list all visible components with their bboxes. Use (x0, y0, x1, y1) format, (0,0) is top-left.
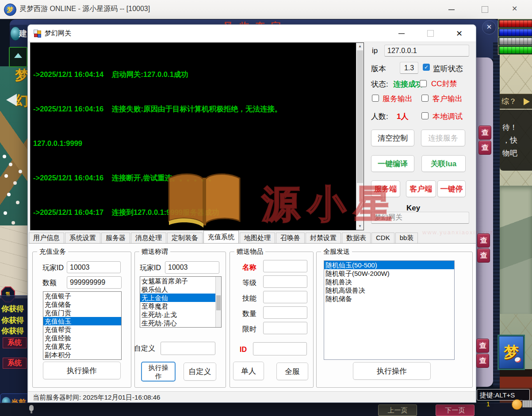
recharge-execute-button[interactable]: 执行操作 (43, 362, 121, 379)
gateway-titlebar: 梦幻网关 ✕ (28, 25, 476, 42)
link-lua-button[interactable]: 关联lua (421, 155, 466, 172)
tab-message[interactable]: 消息处理 (131, 233, 166, 243)
version-input[interactable] (400, 62, 418, 74)
scrollbar-thumb[interactable] (357, 50, 363, 183)
server-output-checkbox[interactable] (372, 95, 379, 102)
outer-window-titlebar: 梦 灵梦西游 ONLINE - 源小星源码 -- [10003] ✕ (0, 0, 532, 19)
compile-button[interactable]: 一键编译 (371, 155, 414, 172)
hotkey-hint: 捷键:ALT+S (477, 389, 530, 401)
recharge-amount-input[interactable] (67, 276, 122, 289)
broadcast-execute-button[interactable]: 执行操作 (353, 362, 431, 380)
close-button[interactable]: ✕ (512, 5, 517, 12)
gift-single-button[interactable]: 单人 (233, 362, 264, 380)
system-tag: 系统 (3, 358, 27, 369)
game-logo-badge[interactable]: 梦 (498, 335, 525, 370)
tab-custom-equip[interactable]: 定制装备 (167, 233, 203, 243)
ip-input[interactable] (384, 45, 469, 57)
prev-page-button[interactable]: 上一页 (378, 405, 417, 416)
microphone-icon[interactable] (29, 405, 34, 411)
list-item-selected[interactable]: 充值仙玉 (43, 317, 121, 325)
system-tag: 系统 (3, 337, 27, 348)
next-page-button[interactable]: 下一页 (436, 405, 475, 416)
list-item[interactable]: 充值储备 (43, 300, 121, 309)
title-player-id-input[interactable] (165, 261, 219, 274)
title-listbox[interactable]: 女魃墓首席弟子 极乐仙人 无上金仙 至尊魔君 生死劫·止戈 生死劫·清心 (140, 276, 222, 328)
gateway-close-button[interactable]: ✕ (456, 30, 463, 37)
connect-service-button[interactable]: 连接服务 (421, 130, 465, 146)
list-item[interactable]: 生死劫·清心 (140, 319, 221, 327)
list-item[interactable]: 副本积分 (43, 351, 121, 359)
keyboard-icon[interactable] (522, 400, 532, 408)
list-item[interactable]: 极乐仙人 (140, 285, 221, 294)
list-item[interactable]: 充值经验 (43, 334, 121, 342)
list-item[interactable]: 女魃墓首席弟子 (140, 277, 221, 285)
clear-console-button[interactable]: 清空控制 (371, 130, 414, 146)
client-side-button[interactable]: 客户端 (406, 180, 436, 197)
item-id-input[interactable] (253, 342, 307, 355)
collapse-left-icon[interactable] (6, 94, 17, 106)
title-custom-button[interactable]: 自定义 (184, 363, 216, 381)
tab-system-settings[interactable]: 系统设置 (65, 233, 100, 243)
gateway-maximize-button[interactable] (427, 30, 434, 37)
cha-lookup-button[interactable]: 查 (476, 354, 489, 368)
tab-cdk[interactable]: CDK (371, 233, 394, 243)
list-item-selected[interactable]: 随机仙玉(50-500) (324, 261, 454, 269)
expand-up-button[interactable] (9, 47, 27, 67)
custom-title-input[interactable] (161, 342, 215, 355)
list-item[interactable]: 随机储备 (324, 294, 454, 303)
scroll-up-icon[interactable]: ▲ (356, 43, 364, 50)
tab-data-table[interactable]: 数据表 (342, 233, 371, 243)
listbox-scrollbar[interactable] (215, 277, 221, 327)
minimize-button[interactable] (448, 9, 455, 10)
list-item-selected[interactable]: 无上金仙 (140, 294, 221, 302)
list-item[interactable]: 至尊魔君 (140, 302, 221, 310)
cha-lookup-button[interactable]: 查 (478, 141, 491, 155)
play-icon[interactable] (524, 98, 530, 105)
cha-lookup-button[interactable]: 查 (477, 248, 490, 263)
title-gift-group-title: 赠送称谓 (139, 248, 170, 256)
broadcast-listbox[interactable]: 随机仙玉(50-500) 随机银子(50W-200W) 随机兽决 随机高级兽决 … (324, 260, 455, 360)
item-qty-input[interactable] (263, 306, 307, 319)
list-item[interactable]: 随机高级兽决 (324, 286, 454, 294)
item-name-input[interactable] (263, 260, 307, 272)
quest-tooltip: 待！ ，快 物吧 (500, 110, 532, 171)
title-execute-button[interactable]: 执行操 作 (141, 362, 176, 382)
gift-all-server-button[interactable]: 全服 (276, 363, 308, 380)
local-debug-checkbox[interactable] (421, 112, 429, 119)
recharge-player-id-label: 玩家ID (42, 263, 64, 273)
cc-ban-checkbox[interactable] (420, 80, 427, 87)
game-close-icon[interactable]: ✕ (482, 20, 496, 34)
list-item[interactable]: 生死劫·止戈 (140, 310, 221, 319)
maximize-button[interactable] (482, 6, 488, 13)
list-item[interactable]: 充值帮贡 (43, 325, 121, 334)
list-item[interactable]: 随机兽决 (324, 278, 454, 286)
tab-summon[interactable]: 召唤兽 (276, 233, 305, 243)
chat-panel: 你获得 你获得 你获得 系统 系统 (0, 295, 27, 403)
emote-icon[interactable] (512, 399, 522, 410)
item-timed-input[interactable] (263, 322, 307, 334)
server-output-label: 服务输出 (383, 94, 413, 104)
tab-bb-equip[interactable]: bb装 (395, 233, 418, 243)
list-item[interactable]: 充值门贡 (43, 309, 121, 317)
list-item[interactable]: 充值累充 (43, 342, 121, 351)
cha-lookup-button[interactable]: 查 (478, 126, 491, 140)
tab-recharge-system[interactable]: 充值系统 (203, 230, 239, 243)
tab-map[interactable]: 地图处理 (240, 233, 275, 243)
item-name-label: 名称 (242, 263, 256, 272)
tab-ban-settings[interactable]: 封禁设置 (306, 233, 341, 243)
cha-lookup-button[interactable]: 查 (476, 339, 489, 353)
recharge-player-id-input[interactable] (67, 261, 121, 273)
item-level-input[interactable] (263, 275, 307, 288)
tab-user-info[interactable]: 用户信息 (29, 233, 64, 243)
recharge-type-listbox[interactable]: 充值银子 充值储备 充值门贡 充值仙玉 充值帮贡 充值经验 充值累充 副本积分 (43, 291, 122, 360)
list-item[interactable]: 充值银子 (43, 292, 121, 300)
scrollbar-thumb[interactable] (216, 295, 221, 310)
listen-status-checkbox[interactable]: ✓ (423, 64, 430, 71)
list-item[interactable]: 随机银子(50W-200W) (324, 269, 454, 278)
client-output-checkbox[interactable] (421, 95, 429, 102)
stop-all-button[interactable]: 一键停 (437, 180, 466, 197)
tab-server[interactable]: 服务器 (101, 233, 130, 243)
item-skill-input[interactable] (263, 291, 307, 303)
gateway-minimize-button[interactable] (398, 33, 405, 34)
watermark-url-text: www.yuanxiaoxin.xyz (422, 229, 494, 236)
